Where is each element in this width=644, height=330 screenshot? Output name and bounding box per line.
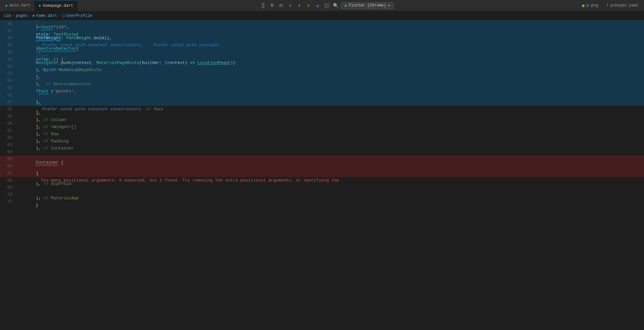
breadcrumb-pages[interactable]: pages <box>16 14 28 18</box>
refresh-icon[interactable]: ↺ <box>314 2 321 9</box>
right-tabs: ▣ p.png ! pubspec.yaml <box>578 0 643 11</box>
step-up-icon[interactable]: ⬆ <box>295 2 303 9</box>
tab-main-dart[interactable]: ◆ main.dart <box>1 0 35 11</box>
flutter-label: Flutter (Chrome) <box>349 3 386 8</box>
tab-pubspec-yaml[interactable]: ! pubspec.yaml <box>602 0 643 11</box>
breadcrumb-lib[interactable]: lib <box>4 14 11 18</box>
breadcrumb-class-icon: ⬡ <box>62 13 65 18</box>
yaml-icon: ! <box>606 3 608 8</box>
tab-label: pubspec.yaml <box>611 3 638 8</box>
dart-icon: ◆ <box>5 3 7 8</box>
grid-icon[interactable]: ⣿ <box>259 2 267 9</box>
reload-icon[interactable]: ⟳ <box>277 2 285 9</box>
pause-icon[interactable]: ⏸ <box>268 2 276 9</box>
tab-label: p.png <box>586 3 598 8</box>
tab-homepage-dart[interactable]: ◆ homepage.dart <box>35 0 77 11</box>
stop-icon[interactable]: ⬛ <box>323 2 330 9</box>
code-area: 46 │ ├─Text("110", 47 <box>0 20 644 330</box>
tab-label: main.dart <box>9 3 30 8</box>
breadcrumb: lib › pages › ◆ home.dart › ⬡ UserProfil… <box>0 11 644 20</box>
code-content: 46 │ ├─Text("110", 47 <box>0 20 644 330</box>
search-icon[interactable]: 🔍 <box>332 2 339 9</box>
png-icon: ▣ <box>582 3 584 8</box>
dart-icon: ◆ <box>39 3 41 8</box>
lightning-icon[interactable]: ⚡ <box>305 2 312 9</box>
breadcrumb-user-profile[interactable]: UserProfile <box>66 14 92 18</box>
breadcrumb-home-dart[interactable]: home.dart <box>36 14 57 18</box>
tab-label: homepage.dart <box>43 4 73 8</box>
flutter-logo: ◈ <box>344 3 347 8</box>
toolbar-icons: ⣿ ⏸ ⟳ ⬇ ⬆ ⚡ ↺ ⬛ 🔍 ◈ Flutter (Chrome) ▾ <box>77 2 578 9</box>
flutter-run-badge[interactable]: ◈ Flutter (Chrome) ▾ <box>341 2 394 9</box>
code-line-71: 71 } <box>0 198 644 205</box>
tab-p-png[interactable]: ▣ p.png <box>578 0 602 11</box>
breadcrumb-dart-icon: ◆ <box>32 13 35 18</box>
tab-bar: ◆ main.dart ◆ homepage.dart ⣿ ⏸ ⟳ ⬇ ⬆ ⚡ … <box>0 0 644 11</box>
step-over-icon[interactable]: ⬇ <box>286 2 294 9</box>
chevron-down-icon: ▾ <box>388 3 390 8</box>
